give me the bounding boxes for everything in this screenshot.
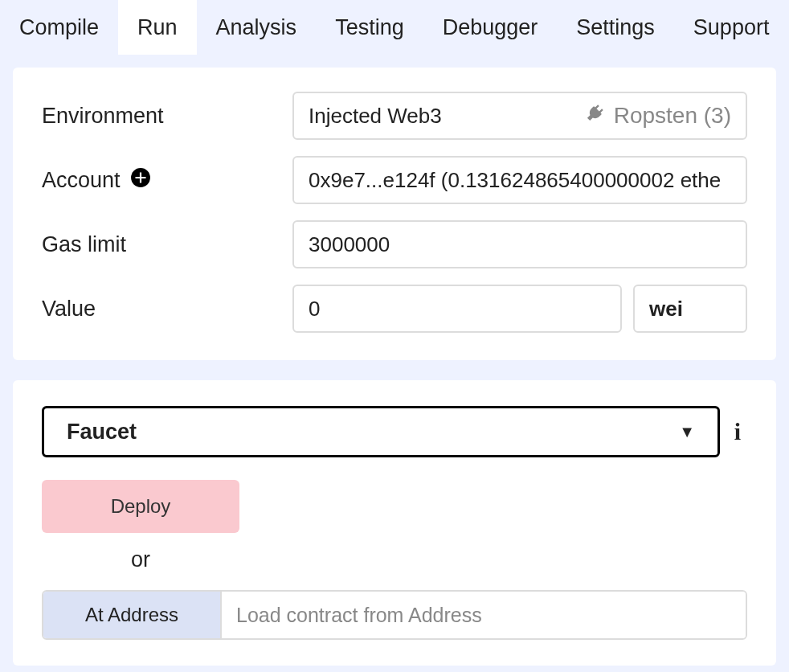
tab-compile[interactable]: Compile [0, 0, 118, 55]
at-address-button[interactable]: At Address [43, 592, 222, 638]
contract-selected: Faucet [67, 420, 137, 445]
value-label: Value [42, 297, 283, 322]
environment-network: Ropsten (3) [614, 103, 731, 129]
tab-testing[interactable]: Testing [316, 0, 423, 55]
at-address-input[interactable] [222, 592, 746, 638]
gas-limit-input[interactable] [292, 220, 747, 268]
plug-icon [583, 102, 606, 130]
gas-limit-label: Gas limit [42, 232, 283, 257]
value-unit-selected: wei [649, 297, 683, 322]
account-select[interactable]: 0x9e7...e124f (0.131624865400000002 ethe [292, 156, 747, 204]
info-icon[interactable]: i [728, 420, 747, 444]
deploy-panel: Faucet ▼ i Deploy or At Address [13, 380, 776, 666]
caret-down-icon: ▼ [679, 423, 695, 441]
tab-analysis[interactable]: Analysis [197, 0, 317, 55]
account-label: Account [42, 168, 121, 193]
value-unit-select[interactable]: wei [633, 285, 747, 333]
environment-label: Environment [42, 104, 283, 129]
value-input[interactable] [292, 285, 622, 333]
contract-select[interactable]: Faucet ▼ [42, 406, 720, 457]
deploy-button[interactable]: Deploy [42, 480, 239, 533]
or-label: or [42, 547, 239, 572]
tab-debugger[interactable]: Debugger [423, 0, 558, 55]
tab-run[interactable]: Run [118, 0, 197, 55]
run-config-panel: Environment Injected Web3 Ropsten (3) Ac… [13, 68, 776, 360]
plus-circle-icon[interactable] [130, 167, 151, 194]
tabs: Compile Run Analysis Testing Debugger Se… [0, 0, 789, 55]
tab-support[interactable]: Support [674, 0, 789, 55]
environment-select[interactable]: Injected Web3 Ropsten (3) [292, 92, 747, 140]
environment-selected: Injected Web3 [309, 104, 442, 129]
tab-settings[interactable]: Settings [557, 0, 674, 55]
account-selected: 0x9e7...e124f (0.131624865400000002 ethe [309, 168, 721, 193]
